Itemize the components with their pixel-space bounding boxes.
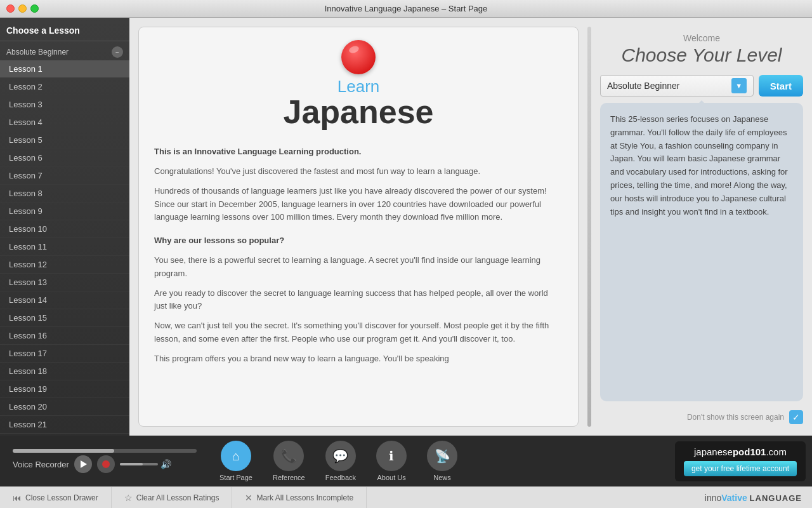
voice-recorder: Voice Recorder 🔊 [6, 449, 197, 473]
volume-icon: 🔊 [160, 459, 171, 469]
dont-show-row: Don't show this screen again ✓ [600, 408, 803, 427]
para1: Congratulations! You've just discovered … [154, 165, 563, 178]
sidebar-collapse-button[interactable]: − [112, 46, 123, 58]
nav-icon-reference: 📞 [273, 441, 304, 471]
play-button[interactable] [74, 455, 92, 473]
recorder-track [13, 449, 197, 453]
footer-brand: innoVative LANGUAGE [705, 493, 812, 503]
nav-item-start-page[interactable]: ⌂Start Page [209, 441, 263, 481]
play-icon [81, 460, 87, 468]
dont-show-label: Don't show this screen again [687, 413, 784, 422]
content-area: Learn Japanese This is an Innovative Lan… [129, 18, 812, 436]
sidebar-lesson-9[interactable]: Lesson 9 [0, 203, 129, 220]
record-icon [102, 460, 110, 468]
heading1: Why are our lessons so popular? [154, 234, 563, 248]
close-drawer-label: Close Lesson Drawer [25, 493, 98, 502]
welcome-section: Welcome Choose Your Level [600, 27, 803, 69]
sidebar-lesson-7[interactable]: Lesson 7 [0, 167, 129, 185]
sidebar-title: Choose a Lesson [0, 18, 129, 41]
volume-fill [120, 463, 143, 465]
level-dropdown-value: Absolute Beginner [607, 81, 679, 91]
para6: This program offers you a brand new way … [154, 352, 563, 366]
voice-recorder-label: Voice Recorder [13, 460, 69, 469]
sidebar-lesson-16[interactable]: Lesson 16 [0, 327, 129, 345]
close-drawer-button[interactable]: ⏮ Close Lesson Drawer [0, 487, 112, 508]
nav-label-start-page: Start Page [219, 474, 252, 481]
nav-item-reference[interactable]: 📞Reference [263, 441, 315, 481]
clear-ratings-button[interactable]: ☆ Clear All Lesson Ratings [112, 487, 233, 508]
sidebar-lesson-15[interactable]: Lesson 15 [0, 309, 129, 327]
sidebar-level-label: Absolute Beginner [6, 48, 69, 57]
sidebar-lesson-3[interactable]: Lesson 3 [0, 96, 129, 114]
main-content-panel: Learn Japanese This is an Innovative Lan… [138, 27, 579, 427]
sidebar-lesson-12[interactable]: Lesson 12 [0, 256, 129, 274]
sidebar-lesson-19[interactable]: Lesson 19 [0, 380, 129, 398]
sidebar-lesson-1[interactable]: Lesson 1 [0, 60, 129, 78]
close-button[interactable] [6, 4, 15, 13]
choose-level-title: Choose Your Level [600, 44, 803, 66]
sidebar-lesson-11[interactable]: Lesson 11 [0, 238, 129, 256]
record-button[interactable] [97, 455, 115, 473]
volume-track [120, 463, 158, 465]
brand-cta-button[interactable]: get your free lifetime account [684, 461, 797, 476]
scrollbar-divider [587, 27, 591, 427]
sidebar-lesson-18[interactable]: Lesson 18 [0, 363, 129, 380]
sidebar-lesson-2[interactable]: Lesson 2 [0, 78, 129, 96]
sidebar-lesson-5[interactable]: Lesson 5 [0, 131, 129, 149]
right-panel: Welcome Choose Your Level Absolute Begin… [600, 27, 803, 427]
close-drawer-icon: ⏮ [13, 493, 22, 503]
sidebar-lesson-13[interactable]: Lesson 13 [0, 274, 129, 291]
brand-url: japanesepod101.com [694, 446, 787, 457]
logo-area: Learn Japanese [154, 40, 563, 130]
recorder-controls: Voice Recorder 🔊 [6, 455, 197, 473]
minimize-button[interactable] [18, 4, 27, 13]
level-dropdown[interactable]: Absolute Beginner ▼ [600, 75, 754, 97]
nav-icon-start-page: ⌂ [221, 441, 251, 471]
sidebar-lesson-10[interactable]: Lesson 10 [0, 220, 129, 238]
sidebar: Choose a Lesson Absolute Beginner − Less… [0, 18, 129, 436]
start-button[interactable]: Start [759, 75, 803, 97]
para3: You see, there is a powerful secret to l… [154, 254, 563, 281]
sidebar-lesson-21[interactable]: Lesson 21 [0, 416, 129, 434]
footer-bar: ⏮ Close Lesson Drawer ☆ Clear All Lesson… [0, 486, 812, 508]
nav-icon-about-us: ℹ [376, 441, 407, 471]
dont-show-checkbox[interactable]: ✓ [789, 410, 803, 424]
mark-incomplete-button[interactable]: ✕ Mark All Lessons Incomplete [232, 487, 367, 508]
dropdown-arrow-icon: ▼ [731, 78, 747, 93]
nav-label-news: News [433, 474, 451, 481]
sidebar-lesson-8[interactable]: Lesson 8 [0, 185, 129, 203]
nav-item-news[interactable]: 📡News [417, 441, 468, 481]
sidebar-lesson-4[interactable]: Lesson 4 [0, 114, 129, 131]
sidebar-level-row: Absolute Beginner − [0, 41, 129, 60]
bottom-bar: Voice Recorder 🔊 ⌂Start Page📞Reference💬F… [0, 436, 812, 486]
sidebar-lesson-6[interactable]: Lesson 6 [0, 149, 129, 167]
nav-label-feedback: Feedback [325, 474, 356, 481]
nav-item-feedback[interactable]: 💬Feedback [315, 441, 366, 481]
sidebar-lessons: Lesson 1Lesson 2Lesson 3Lesson 4Lesson 5… [0, 60, 129, 436]
nav-label-about-us: About Us [377, 474, 405, 481]
nav-icon-feedback: 💬 [325, 441, 356, 471]
level-selector-row: Absolute Beginner ▼ Start [600, 75, 803, 97]
window-controls [6, 4, 39, 13]
sidebar-lesson-20[interactable]: Lesson 20 [0, 398, 129, 416]
recorder-track-fill [13, 449, 114, 453]
nav-icons: ⌂Start Page📞Reference💬FeedbackℹAbout Us📡… [209, 441, 468, 481]
clear-ratings-label: Clear All Lesson Ratings [136, 493, 219, 502]
para5: Now, we can't just tell you the secret. … [154, 319, 563, 346]
brand-right: japanesepod101.com get your free lifetim… [675, 441, 806, 481]
sidebar-lesson-17[interactable]: Lesson 17 [0, 345, 129, 363]
maximize-button[interactable] [30, 4, 39, 13]
titlebar: Innovative Language Japanese – Start Pag… [0, 0, 812, 18]
main-content-text: This is an Innovative Language Learning … [154, 145, 563, 365]
description-bubble: This 25-lesson series focuses on Japanes… [600, 103, 803, 401]
main-row: Choose a Lesson Absolute Beginner − Less… [0, 18, 812, 436]
nav-item-about-us[interactable]: ℹAbout Us [366, 441, 417, 481]
volume-slider[interactable]: 🔊 [120, 459, 171, 469]
para4: Are you ready to discover the secret to … [154, 287, 563, 314]
sidebar-lesson-14[interactable]: Lesson 14 [0, 291, 129, 309]
logo-bubble [341, 40, 376, 74]
window-title: Innovative Language Japanese – Start Pag… [325, 4, 488, 13]
para2: Hundreds of thousands of language learne… [154, 185, 563, 224]
intro-bold: This is an Innovative Language Learning … [154, 145, 563, 159]
nav-label-reference: Reference [273, 474, 305, 481]
